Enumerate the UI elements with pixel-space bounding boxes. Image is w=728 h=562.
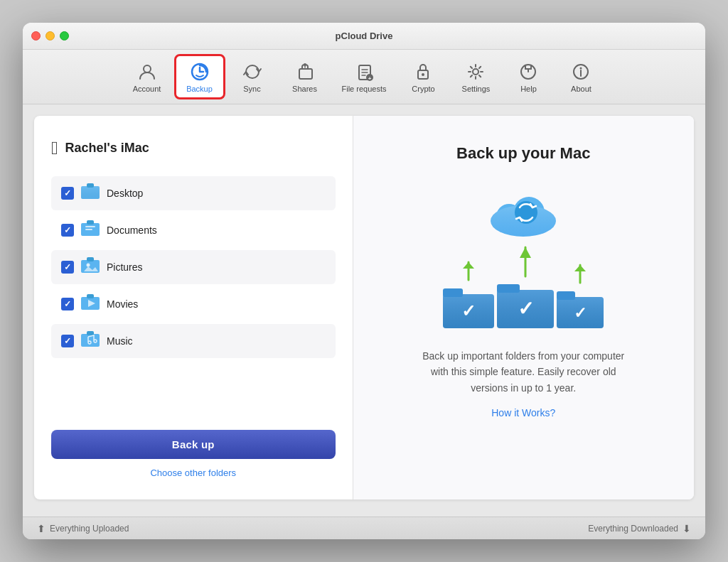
tab-sync-label: Sync	[243, 85, 260, 93]
svg-rect-22	[81, 186, 100, 199]
choose-folders-link[interactable]: Choose other folders	[150, 468, 236, 478]
left-folder-illus: ✓	[443, 259, 494, 328]
right-arrow-svg	[569, 261, 591, 290]
folder-list: Desktop Documents	[51, 176, 336, 410]
download-status: Everything Downloaded ⬇	[588, 523, 691, 534]
close-button[interactable]	[31, 31, 41, 40]
cloud-svg	[481, 184, 566, 241]
sync-icon	[241, 60, 264, 83]
tab-filerequests[interactable]: + File requests	[332, 56, 397, 97]
crypto-icon	[412, 60, 434, 83]
svg-point-12	[473, 69, 478, 75]
center-folder-illus: ✓	[497, 244, 554, 328]
tab-account-label: Account	[133, 85, 161, 93]
how-it-works-link[interactable]: How it Works?	[491, 407, 555, 418]
tab-sync[interactable]: Sync	[227, 56, 278, 97]
tab-settings[interactable]: Settings	[450, 56, 501, 97]
backup-button[interactable]: Back up	[51, 430, 336, 459]
tab-help-label: Help	[520, 85, 537, 93]
svg-rect-29	[87, 257, 94, 261]
filerequests-icon: +	[353, 60, 375, 83]
folder-item-pictures[interactable]: Pictures	[51, 250, 336, 284]
svg-point-0	[144, 65, 151, 72]
folder-movies-label: Movies	[107, 298, 138, 310]
tab-backup[interactable]: Backup	[174, 54, 225, 99]
tab-about-label: About	[571, 85, 592, 93]
settings-icon	[464, 60, 487, 83]
tab-about[interactable]: About	[555, 56, 606, 97]
center-folder-svg: ✓	[497, 283, 554, 328]
tab-crypto-label: Crypto	[412, 85, 434, 93]
svg-rect-32	[87, 294, 94, 298]
backup-actions: Back up Choose other folders	[51, 430, 336, 478]
window-title: pCloud Drive	[336, 31, 393, 41]
checkbox-movies[interactable]	[61, 298, 74, 310]
svg-rect-26	[85, 226, 95, 227]
tab-account[interactable]: Account	[122, 56, 173, 97]
svg-text:✓: ✓	[461, 301, 476, 320]
device-header:  Rachel's iMac	[51, 137, 336, 159]
folder-item-movies[interactable]: Movies	[51, 287, 336, 321]
cloud-container	[481, 184, 566, 244]
upload-status-icon: ⬆	[37, 523, 46, 534]
svg-rect-35	[87, 331, 94, 335]
documents-folder-icon	[81, 220, 100, 240]
account-icon	[136, 60, 159, 83]
tab-shares[interactable]: Shares	[279, 56, 331, 97]
folder-desktop-label: Desktop	[107, 188, 143, 199]
checkbox-pictures[interactable]	[61, 261, 74, 274]
folder-item-music[interactable]: Music	[51, 324, 336, 358]
svg-rect-52	[557, 291, 575, 300]
tab-shares-label: Shares	[292, 85, 317, 93]
right-title: Back up your Mac	[456, 144, 590, 163]
statusbar: ⬆ Everything Uploaded Everything Downloa…	[23, 517, 705, 539]
main-panel:  Rachel's iMac	[34, 116, 694, 499]
tab-help[interactable]: Help	[503, 56, 554, 97]
svg-rect-23	[87, 183, 94, 188]
left-arrow-svg	[458, 259, 479, 287]
checkbox-music[interactable]	[61, 335, 74, 347]
right-panel: Back up your Mac	[353, 116, 695, 499]
svg-text:✓: ✓	[518, 298, 534, 320]
backup-illustration: ✓	[443, 184, 604, 328]
toolbar: Account Backup	[23, 50, 705, 104]
device-name: Rachel's iMac	[65, 141, 149, 156]
center-arrow-svg	[515, 244, 536, 283]
apple-icon: 	[51, 137, 58, 159]
arrows-folders: ✓	[443, 244, 604, 328]
folder-item-documents[interactable]: Documents	[51, 213, 336, 247]
help-icon	[517, 60, 540, 83]
right-description: Back up important folders from your comp…	[417, 348, 630, 396]
folder-item-desktop[interactable]: Desktop	[51, 176, 336, 210]
folder-music-label: Music	[107, 335, 133, 347]
svg-rect-44	[443, 288, 463, 297]
minimize-button[interactable]	[46, 31, 55, 40]
svg-text:+: +	[368, 75, 372, 82]
checkbox-documents[interactable]	[61, 224, 74, 237]
right-folder-svg: ✓	[557, 290, 604, 328]
movies-folder-icon	[81, 294, 100, 314]
download-status-text: Everything Downloaded	[588, 524, 678, 534]
content-area:  Rachel's iMac	[23, 104, 705, 517]
right-folder-illus: ✓	[557, 261, 604, 328]
folder-pictures-label: Pictures	[107, 261, 143, 273]
svg-point-20	[580, 67, 582, 70]
svg-rect-27	[85, 229, 92, 230]
download-status-icon: ⬇	[682, 523, 691, 534]
traffic-lights	[31, 31, 69, 40]
titlebar: pCloud Drive	[23, 23, 705, 50]
about-icon	[569, 60, 592, 83]
left-panel:  Rachel's iMac	[34, 116, 353, 499]
desktop-folder-icon	[81, 183, 100, 203]
tab-crypto[interactable]: Crypto	[397, 56, 449, 97]
checkbox-desktop[interactable]	[61, 187, 74, 200]
svg-text:✓: ✓	[574, 304, 587, 322]
svg-point-30	[87, 264, 90, 267]
tab-filerequests-label: File requests	[342, 85, 387, 93]
svg-rect-2	[299, 69, 312, 79]
upload-status: ⬆ Everything Uploaded	[37, 523, 129, 534]
folder-documents-label: Documents	[107, 225, 157, 236]
maximize-button[interactable]	[60, 31, 69, 40]
tab-settings-label: Settings	[462, 85, 491, 93]
app-window: pCloud Drive Account Ba	[23, 23, 705, 539]
